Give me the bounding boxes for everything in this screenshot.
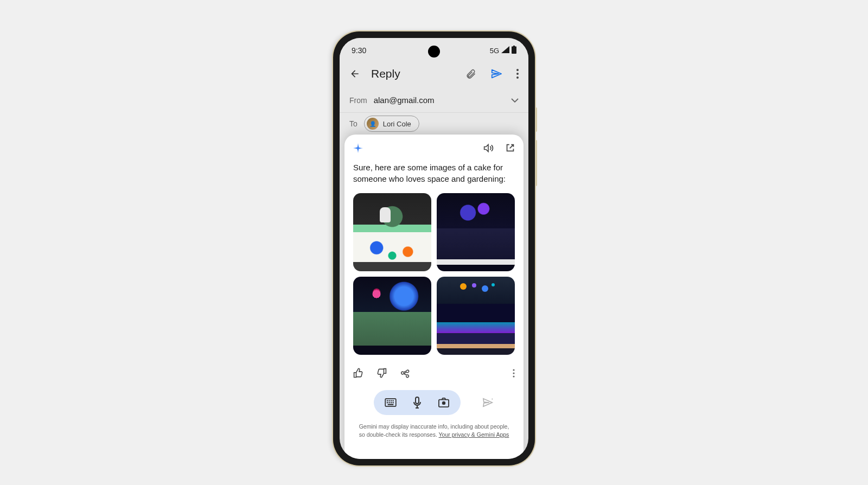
keyboard-icon[interactable] xyxy=(385,398,397,407)
popout-icon[interactable] xyxy=(506,143,515,153)
microphone-icon[interactable] xyxy=(413,397,422,409)
svg-point-0 xyxy=(516,69,519,71)
battery-icon xyxy=(512,46,516,55)
thumbs-up-icon[interactable] xyxy=(353,368,363,378)
chip-name: Lori Cole xyxy=(383,120,411,128)
gemini-panel: Sure, here are some images of a cake for… xyxy=(344,135,524,459)
generated-image[interactable] xyxy=(437,193,515,271)
share-icon[interactable] xyxy=(400,368,410,378)
from-value: alan@gmail.com xyxy=(374,95,505,105)
status-right: 5G xyxy=(490,46,516,55)
svg-rect-11 xyxy=(387,402,388,403)
camera-cutout xyxy=(428,46,440,58)
speaker-icon[interactable] xyxy=(483,143,494,153)
network-label: 5G xyxy=(490,47,499,55)
svg-rect-13 xyxy=(391,402,392,403)
send-sparkle-icon[interactable] xyxy=(482,397,494,408)
page-title: Reply xyxy=(371,67,455,80)
svg-rect-10 xyxy=(393,400,394,401)
avatar: 👤 xyxy=(367,118,379,130)
overflow-menu-icon[interactable] xyxy=(516,69,519,79)
app-header: Reply xyxy=(340,60,528,88)
generated-image[interactable] xyxy=(353,193,431,271)
send-icon[interactable] xyxy=(490,68,502,80)
phone-screen: 9:30 5G Reply xyxy=(340,38,528,459)
svg-point-18 xyxy=(442,401,445,405)
signal-icon xyxy=(501,46,509,55)
camera-icon[interactable] xyxy=(438,397,450,408)
generated-image[interactable] xyxy=(353,277,431,355)
panel-header xyxy=(353,143,515,153)
svg-rect-16 xyxy=(416,397,419,404)
from-label: From xyxy=(349,96,367,105)
image-grid xyxy=(353,193,515,355)
response-text: Sure, here are some images of a cake for… xyxy=(353,162,515,184)
disclaimer-line2: so double-check its responses. xyxy=(359,431,439,438)
chevron-down-icon[interactable] xyxy=(511,95,519,105)
side-button xyxy=(535,140,537,186)
svg-point-4 xyxy=(513,372,514,374)
generated-image[interactable] xyxy=(437,277,515,355)
side-button xyxy=(535,107,537,132)
svg-point-1 xyxy=(516,73,519,75)
svg-point-2 xyxy=(516,76,519,79)
to-field[interactable]: To 👤 Lori Cole xyxy=(340,113,528,135)
attach-icon[interactable] xyxy=(465,68,476,79)
gemini-star-icon xyxy=(353,143,363,153)
svg-rect-7 xyxy=(387,400,388,401)
back-arrow-icon[interactable] xyxy=(349,68,360,79)
svg-point-5 xyxy=(513,375,514,377)
input-pill xyxy=(374,390,461,415)
phone-frame: 9:30 5G Reply xyxy=(333,31,535,465)
status-time: 9:30 xyxy=(352,46,366,55)
disclaimer-line1: Gemini may display inaccurate info, incl… xyxy=(359,423,509,430)
to-label: To xyxy=(349,119,358,128)
disclaimer-link[interactable]: Your privacy & Gemini Apps xyxy=(439,431,509,438)
svg-point-3 xyxy=(513,369,514,371)
svg-rect-14 xyxy=(393,402,394,403)
svg-rect-15 xyxy=(388,404,394,405)
svg-rect-8 xyxy=(388,400,390,401)
input-bar xyxy=(353,390,515,415)
svg-rect-9 xyxy=(391,400,392,401)
disclaimer: Gemini may display inaccurate info, incl… xyxy=(353,423,515,443)
from-field[interactable]: From alan@gmail.com xyxy=(340,88,528,113)
svg-rect-12 xyxy=(388,402,390,403)
reaction-row xyxy=(353,368,515,378)
thumbs-down-icon[interactable] xyxy=(376,368,387,378)
recipient-chip[interactable]: 👤 Lori Cole xyxy=(364,116,419,132)
overflow-menu-icon[interactable] xyxy=(513,369,515,378)
